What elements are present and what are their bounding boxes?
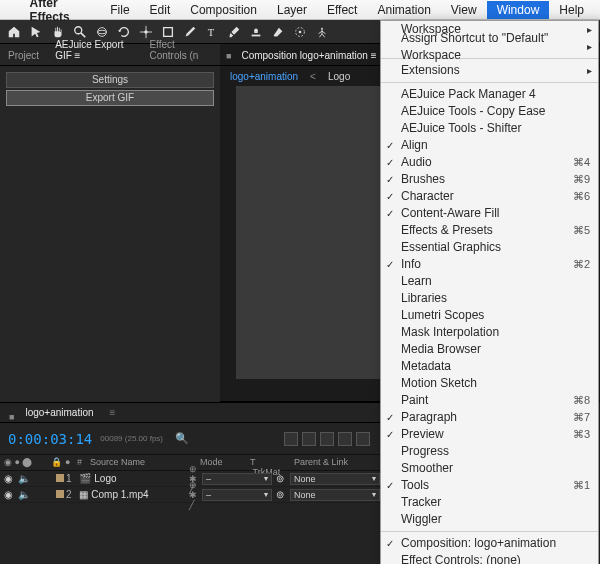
- menu-window[interactable]: Window: [487, 1, 550, 19]
- menu-item[interactable]: ✓Brushes⌘9: [381, 171, 598, 188]
- menu-item[interactable]: Effects & Presets⌘5: [381, 222, 598, 239]
- brush-tool-icon[interactable]: [226, 24, 242, 40]
- eye-icon[interactable]: ◉: [0, 489, 14, 500]
- tl-toggle-3[interactable]: [320, 432, 334, 446]
- tl-toggle-2[interactable]: [302, 432, 316, 446]
- timecode[interactable]: 0:00:03:14: [8, 431, 92, 447]
- home-icon[interactable]: [6, 24, 22, 40]
- eye-icon[interactable]: ◉: [0, 473, 14, 484]
- menu-item[interactable]: Assign Shortcut to "Default" Workspace: [381, 38, 598, 55]
- menu-item[interactable]: Tracker: [381, 494, 598, 511]
- search-icon[interactable]: 🔍: [175, 432, 189, 445]
- menu-item[interactable]: ✓Composition: logo+animation: [381, 535, 598, 552]
- menu-item[interactable]: ✓Content-Aware Fill: [381, 205, 598, 222]
- menu-item[interactable]: Metadata: [381, 358, 598, 375]
- menu-item[interactable]: Media Browser: [381, 341, 598, 358]
- svg-rect-9: [252, 34, 261, 36]
- viewer-comp-sub[interactable]: Logo: [328, 71, 350, 82]
- layer-row[interactable]: ◉🔈2▦ Comp 1.mp4⊕ ✱ ╱–▾⊚None▾: [0, 487, 380, 503]
- menu-help[interactable]: Help: [549, 1, 594, 19]
- timeline-tab[interactable]: logo+animation: [17, 403, 101, 422]
- tl-toggle-4[interactable]: [338, 432, 352, 446]
- col-source: Source Name: [86, 455, 196, 470]
- menu-file[interactable]: File: [100, 1, 139, 19]
- viewer-rec-icon: ■: [224, 47, 233, 65]
- menu-item[interactable]: Effect Controls: (none): [381, 552, 598, 564]
- stamp-tool-icon[interactable]: [248, 24, 264, 40]
- blend-mode[interactable]: –▾: [202, 489, 272, 501]
- menu-effect[interactable]: Effect: [317, 1, 367, 19]
- menu-composition[interactable]: Composition: [180, 1, 267, 19]
- menu-item[interactable]: Libraries: [381, 290, 598, 307]
- audio-icon[interactable]: 🔈: [14, 473, 28, 484]
- roto-tool-icon[interactable]: [292, 24, 308, 40]
- svg-line-17: [322, 33, 325, 37]
- menu-item[interactable]: Essential Graphics: [381, 239, 598, 256]
- col-mode: Mode: [196, 455, 246, 470]
- menu-item[interactable]: Smoother: [381, 460, 598, 477]
- app-name[interactable]: After Effects: [20, 0, 101, 26]
- menu-item[interactable]: Progress: [381, 443, 598, 460]
- menu-item[interactable]: Learn: [381, 273, 598, 290]
- window-menu[interactable]: WorkspaceAssign Shortcut to "Default" Wo…: [380, 20, 599, 564]
- svg-line-15: [322, 31, 326, 34]
- tl-toggle-5[interactable]: [356, 432, 370, 446]
- menu-item[interactable]: ✓Align: [381, 137, 598, 154]
- viewer-comp-link[interactable]: logo+animation: [230, 71, 298, 82]
- frame-info: 00089 (25.00 fps): [100, 434, 163, 443]
- settings-button[interactable]: Settings: [6, 72, 214, 88]
- svg-line-14: [319, 31, 323, 34]
- menu-item[interactable]: Extensions: [381, 62, 598, 79]
- panel-content: Settings Export GIF: [0, 66, 220, 114]
- svg-point-11: [299, 30, 302, 33]
- puppet-tool-icon[interactable]: [314, 24, 330, 40]
- timeline-panel: ■ logo+animation ≡ 0:00:03:14 00089 (25.…: [0, 402, 380, 564]
- tab-project[interactable]: Project: [0, 46, 47, 65]
- menu-item[interactable]: ✓Tools⌘1: [381, 477, 598, 494]
- eraser-tool-icon[interactable]: [270, 24, 286, 40]
- menu-item[interactable]: ✓Audio⌘4: [381, 154, 598, 171]
- parent-link[interactable]: None▾: [290, 473, 380, 485]
- tab-effect-controls[interactable]: Effect Controls (n: [141, 35, 220, 65]
- col-trk: T .TrkMat: [246, 455, 290, 470]
- menu-item[interactable]: AEJuice Tools - Copy Ease: [381, 103, 598, 120]
- svg-point-3: [98, 30, 107, 34]
- menu-item[interactable]: Mask Interpolation: [381, 324, 598, 341]
- menu-item[interactable]: ✓Paragraph⌘7: [381, 409, 598, 426]
- tl-toggle-1[interactable]: [284, 432, 298, 446]
- menu-item[interactable]: ✓Preview⌘3: [381, 426, 598, 443]
- tab-aejuice-export[interactable]: AEJuice Export GIF ≡: [47, 35, 141, 65]
- menubar: After Effects File Edit Composition Laye…: [0, 0, 600, 20]
- timeline-rec-icon: ■: [6, 409, 17, 422]
- parent-link[interactable]: None▾: [290, 489, 380, 501]
- viewer-tab[interactable]: Composition logo+animation ≡: [233, 46, 384, 65]
- svg-line-16: [319, 33, 322, 37]
- col-parent: Parent & Link: [290, 455, 380, 470]
- menu-item[interactable]: AEJuice Pack Manager 4: [381, 86, 598, 103]
- menu-item[interactable]: Motion Sketch: [381, 375, 598, 392]
- menu-item[interactable]: ✓Character⌘6: [381, 188, 598, 205]
- blend-mode[interactable]: –▾: [202, 473, 272, 485]
- menu-item[interactable]: Lumetri Scopes: [381, 307, 598, 324]
- left-tabs: Project AEJuice Export GIF ≡ Effect Cont…: [0, 44, 220, 66]
- menu-item[interactable]: AEJuice Tools - Shifter: [381, 120, 598, 137]
- menu-item[interactable]: Wiggler: [381, 511, 598, 528]
- select-tool-icon[interactable]: [28, 24, 44, 40]
- export-gif-button[interactable]: Export GIF: [6, 90, 214, 106]
- audio-icon[interactable]: 🔈: [14, 489, 28, 500]
- menu-view[interactable]: View: [441, 1, 487, 19]
- menu-item[interactable]: ✓Info⌘2: [381, 256, 598, 273]
- menu-animation[interactable]: Animation: [367, 1, 440, 19]
- menu-layer[interactable]: Layer: [267, 1, 317, 19]
- menu-item[interactable]: Paint⌘8: [381, 392, 598, 409]
- menu-edit[interactable]: Edit: [140, 1, 181, 19]
- svg-point-0: [75, 26, 82, 33]
